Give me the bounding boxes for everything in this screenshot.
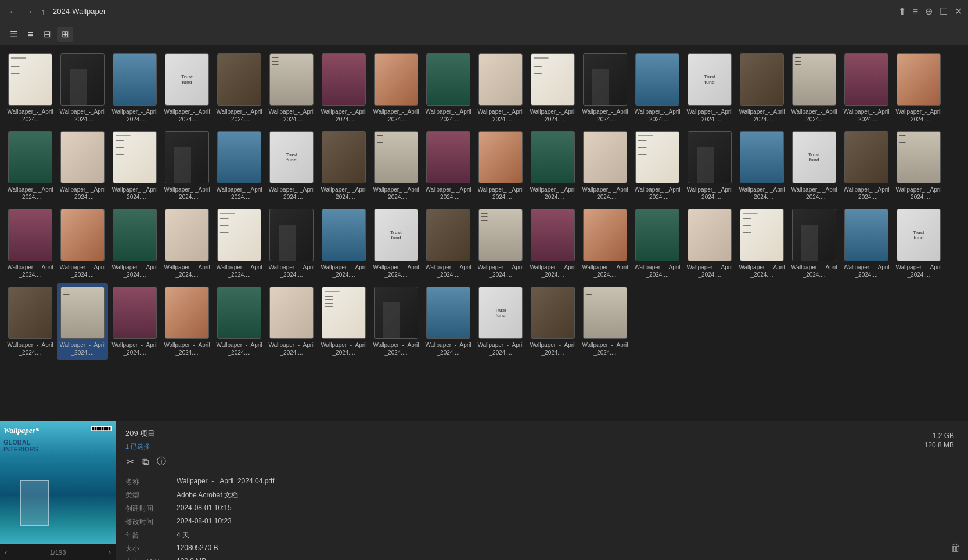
file-item[interactable]: Wallpaper_-_April_2024.... (5, 283, 56, 360)
list-icon[interactable]: ≡ (913, 6, 918, 17)
file-item[interactable]: Wallpaper_-_April_2024.... (841, 205, 892, 282)
file-thumbnail: ══════━━━━━━━━━━━━━━━━━━━━━━━━━━━━━━━━━━… (217, 209, 261, 261)
file-item[interactable]: Wallpaper_-_April_2024.... (370, 50, 422, 127)
forward-button[interactable]: → (22, 6, 36, 17)
file-thumbnail (478, 53, 523, 106)
file-thumbnail (374, 287, 418, 339)
file-item[interactable]: Wallpaper_-_April_2024.... (57, 205, 108, 282)
file-item[interactable]: ══════━━━━━━━━━━━━━━━━━━━━━━━━━━━━━━━━━━… (527, 50, 578, 127)
back-button[interactable]: ← (6, 6, 20, 17)
size-mb-label: 大小（MB） (125, 557, 172, 560)
file-item[interactable]: Wallpaper_-_April_2024.... (370, 283, 422, 360)
icon-view-button[interactable]: ⊞ (57, 27, 73, 42)
file-item[interactable]: Wallpaper_-_April_2024.... (214, 283, 265, 360)
window-icon[interactable]: ☐ (940, 6, 948, 17)
file-item[interactable]: Wallpaper_-_April_2024.... (423, 50, 474, 127)
file-item[interactable]: Wallpaper_-_April_2024.... (161, 128, 213, 204)
file-item[interactable]: Wallpaper_-_April_2024.... (214, 128, 265, 204)
preview-next-button[interactable]: › (109, 548, 111, 557)
file-item[interactable]: ━━━━━━━━━━━━━━━ Wallpaper_-_April_2024..… (893, 128, 944, 204)
file-item[interactable]: ══════━━━━━━━━━━━━━━━━━━━━━━━━━━━━━━━━━━… (318, 283, 369, 360)
file-item[interactable]: Wallpaper_-_April_2024.... (632, 50, 683, 127)
file-item[interactable]: ══════━━━━━━━━━━━━━━━━━━━━━━━━━━━━━━━━━━… (109, 128, 160, 204)
file-item[interactable]: ══════━━━━━━━━━━━━━━━━━━━━━━━━━━━━━━━━━━… (632, 128, 683, 204)
delete-button[interactable]: 🗑 (951, 542, 961, 554)
file-item[interactable]: Wallpaper_-_April_2024.... (109, 205, 160, 282)
nav-controls: ← → ↑ (6, 6, 48, 17)
file-item[interactable]: Wallpaper_-_April_2024.... (893, 50, 944, 127)
reorder-icon[interactable]: ⬆ (898, 6, 906, 17)
file-item[interactable]: Wallpaper_-_April_2024.... (475, 50, 526, 127)
close-icon[interactable]: ✕ (955, 6, 962, 17)
file-item[interactable]: Wallpaper_-_April_2024.... (475, 128, 526, 204)
file-item[interactable]: Wallpaper_-_April_2024.... (527, 128, 578, 204)
file-item[interactable]: Wallpaper_-_April_2024.... (423, 283, 474, 360)
file-item[interactable]: Wallpaper_-_April_2024.... (841, 128, 892, 204)
file-item[interactable]: Wallpaper_-_April_2024.... (109, 50, 160, 127)
copy-button[interactable]: ⧉ (141, 454, 150, 469)
file-item[interactable]: Wallpaper_-_April_2024.... (161, 205, 213, 282)
file-info-section: 209 项目 1 已选择 ✂ ⧉ ⓘ 名称 Wallpaper_- _April… (116, 421, 911, 560)
file-item[interactable]: ══════━━━━━━━━━━━━━━━━━━━━━━━━━━━━━━━━━━… (214, 205, 265, 282)
preview-prev-button[interactable]: ‹ (5, 548, 7, 557)
file-item[interactable]: Wallpaper_-_April_2024.... (527, 205, 578, 282)
file-item[interactable]: Trustfund Wallpaper_-_April_2024.... (789, 128, 840, 204)
add-icon[interactable]: ⊕ (925, 6, 933, 17)
file-item[interactable]: Trustfund Wallpaper_-_April_2024.... (266, 128, 317, 204)
file-item[interactable]: ══════━━━━━━━━━━━━━━━━━━━━━━━━━━━━━━━━━━… (5, 50, 56, 127)
file-item[interactable]: Wallpaper_-_April_2024.... (318, 205, 369, 282)
file-item[interactable]: Wallpaper_-_April_2024.... (266, 205, 317, 282)
file-thumbnail (165, 287, 209, 339)
file-item[interactable]: ━━━━━━━━━━━━━━━ Wallpaper_-_April_2024..… (475, 205, 526, 282)
file-item[interactable]: Wallpaper_-_April_2024.... (684, 205, 735, 282)
file-grid[interactable]: ══════━━━━━━━━━━━━━━━━━━━━━━━━━━━━━━━━━━… (0, 45, 968, 421)
file-item[interactable]: Wallpaper_-_April_2024.... (109, 283, 160, 360)
detail-view-button[interactable]: ≡ (24, 27, 37, 41)
file-item[interactable]: ━━━━━━━━━━━━━━━ Wallpaper_-_April_2024..… (370, 128, 422, 204)
file-item[interactable]: Wallpaper_-_April_2024.... (736, 128, 787, 204)
file-item[interactable]: Trustfund Wallpaper_-_April_2024.... (475, 283, 526, 360)
file-item[interactable]: Wallpaper_-_April_2024.... (5, 205, 56, 282)
file-item[interactable]: ══════━━━━━━━━━━━━━━━━━━━━━━━━━━━━━━━━━━… (736, 205, 787, 282)
file-item[interactable]: Wallpaper_-_April_2024.... (266, 283, 317, 360)
file-item[interactable]: Wallpaper_-_April_2024.... (789, 205, 840, 282)
storage-info: 1.2 GB 120.8 MB (917, 427, 961, 454)
file-item[interactable]: Wallpaper_-_April_2024.... (57, 50, 108, 127)
file-item[interactable]: Wallpaper_-_April_2024.... (161, 283, 213, 360)
file-item[interactable]: Wallpaper_-_April_2024.... (580, 50, 631, 127)
selected-info: 1 已选择 (125, 442, 901, 451)
file-item[interactable]: Trustfund Wallpaper_-_April_2024.... (161, 50, 213, 127)
window-title: 2024-Wallpaper (53, 7, 106, 16)
file-item[interactable]: Wallpaper_-_April_2024.... (527, 283, 578, 360)
list-view-button[interactable]: ☰ (6, 27, 21, 42)
file-item[interactable]: Wallpaper_-_April_2024.... (736, 50, 787, 127)
up-button[interactable]: ↑ (38, 6, 48, 17)
file-item[interactable]: Wallpaper_-_April_2024.... (580, 128, 631, 204)
file-label: Wallpaper_-_April_2024.... (895, 108, 942, 123)
file-item[interactable]: Wallpaper_-_April_2024.... (318, 50, 369, 127)
file-thumbnail: ══════━━━━━━━━━━━━━━━━━━━━━━━━━━━━━━━━━━… (8, 53, 52, 106)
file-item[interactable]: Wallpaper_-_April_2024.... (5, 128, 56, 204)
file-item[interactable]: Wallpaper_-_April_2024.... (214, 50, 265, 127)
info-button[interactable]: ⓘ (156, 454, 167, 469)
file-label: Wallpaper_-_April_2024.... (477, 108, 524, 123)
file-item[interactable]: Wallpaper_-_April_2024.... (318, 128, 369, 204)
file-item[interactable]: Wallpaper_-_April_2024.... (423, 205, 474, 282)
file-item[interactable]: Wallpaper_-_April_2024.... (423, 128, 474, 204)
file-item[interactable]: Wallpaper_-_April_2024.... (632, 205, 683, 282)
file-item[interactable]: Trustfund Wallpaper_-_April_2024.... (370, 205, 422, 282)
file-item[interactable]: ━━━━━━━━━━━━━━━ Wallpaper_-_April_2024..… (57, 283, 108, 360)
file-item[interactable]: Trustfund Wallpaper_-_April_2024.... (893, 205, 944, 282)
cut-button[interactable]: ✂ (125, 454, 135, 469)
file-item[interactable]: ━━━━━━━━━━━━━━━ Wallpaper_-_April_2024..… (266, 50, 317, 127)
file-thumbnail (531, 131, 575, 183)
file-item[interactable]: Wallpaper_-_April_2024.... (841, 50, 892, 127)
file-item[interactable]: Wallpaper_-_April_2024.... (580, 205, 631, 282)
file-item[interactable]: Trustfund Wallpaper_-_April_2024.... (684, 50, 735, 127)
file-item[interactable]: ━━━━━━━━━━━━━━━ Wallpaper_-_April_2024..… (580, 283, 631, 360)
file-item[interactable]: ━━━━━━━━━━━━━━━ Wallpaper_-_April_2024..… (789, 50, 840, 127)
file-item[interactable]: Wallpaper_-_April_2024.... (684, 128, 735, 204)
info-header: 209 项目 (125, 428, 901, 439)
file-item[interactable]: Wallpaper_-_April_2024.... (57, 128, 108, 204)
column-view-button[interactable]: ⊟ (39, 27, 55, 42)
